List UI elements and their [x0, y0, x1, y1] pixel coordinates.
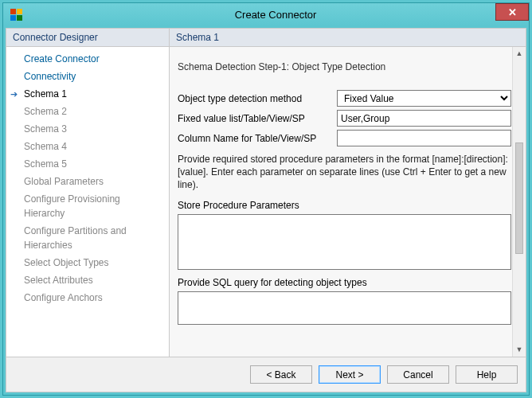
nav-panel: Connector Designer Create ConnectorConne…	[6, 29, 170, 357]
sql-label: Provide SQL query for detecting object t…	[178, 277, 511, 288]
scroll-up-icon[interactable]: ▲	[513, 47, 526, 60]
nav-item-select-object-types: Select Object Types	[6, 254, 169, 271]
nav-list: Create ConnectorConnectivitySchema 1Sche…	[6, 47, 169, 310]
content-header: Schema 1	[170, 29, 526, 47]
nav-item-global-parameters: Global Parameters	[6, 173, 169, 190]
client-area: Connector Designer Create ConnectorConne…	[6, 28, 526, 392]
nav-item-configure-anchors: Configure Anchors	[6, 289, 169, 306]
nav-item-configure-partitions-and-hierarchies: Configure Partitions and Hierarchies	[6, 222, 169, 254]
footer: < Back Next > Cancel Help	[6, 357, 526, 392]
nav-item-schema-2: Schema 2	[6, 103, 169, 120]
back-button[interactable]: < Back	[250, 365, 312, 384]
app-icon	[10, 8, 22, 21]
nav-item-connectivity[interactable]: Connectivity	[6, 68, 169, 85]
section-title: Schema Detection Step-1: Object Type Det…	[178, 61, 511, 72]
fixed-list-label: Fixed value list/Table/View/SP	[178, 113, 337, 124]
sp-label: Store Procedure Parameters	[178, 200, 511, 211]
nav-item-schema-4: Schema 4	[6, 138, 169, 155]
titlebar: Create Connector ✕	[3, 3, 529, 25]
window: Create Connector ✕ Connector Designer Cr…	[2, 2, 530, 396]
nav-item-schema-5: Schema 5	[6, 155, 169, 173]
nav-header: Connector Designer	[6, 29, 169, 47]
method-select[interactable]: Fixed Value	[337, 90, 511, 107]
nav-item-schema-1[interactable]: Schema 1	[6, 85, 169, 103]
vertical-scrollbar[interactable]: ▲ ▼	[512, 47, 526, 357]
scroll-down-icon[interactable]: ▼	[513, 343, 526, 357]
close-button[interactable]: ✕	[495, 3, 529, 21]
nav-item-configure-provisioning-hierarchy: Configure Provisioning Hierarchy	[6, 190, 169, 222]
method-label: Object type detection method	[178, 93, 337, 104]
window-title: Create Connector	[22, 9, 529, 21]
next-button[interactable]: Next >	[319, 365, 381, 384]
scroll-thumb[interactable]	[515, 142, 523, 254]
cancel-button[interactable]: Cancel	[387, 365, 449, 384]
nav-item-select-attributes: Select Attributes	[6, 271, 169, 289]
content-panel: Schema 1 Schema Detection Step-1: Object…	[170, 29, 526, 357]
column-label: Column Name for Table/View/SP	[178, 133, 337, 144]
nav-item-schema-3: Schema 3	[6, 120, 169, 138]
help-button[interactable]: Help	[456, 365, 518, 384]
content-inner: Schema Detection Step-1: Object Type Det…	[170, 47, 526, 357]
column-input[interactable]	[337, 130, 511, 146]
sp-hint: Provide required stored procedure parame…	[178, 153, 511, 192]
nav-item-create-connector[interactable]: Create Connector	[6, 50, 169, 68]
sp-textarea[interactable]	[178, 214, 511, 270]
fixed-list-input[interactable]	[337, 110, 511, 127]
sql-textarea[interactable]	[178, 291, 511, 325]
